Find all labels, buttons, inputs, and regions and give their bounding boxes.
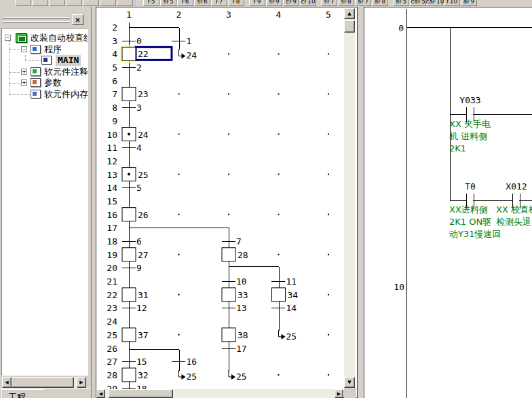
arrow-right-icon: ▶ (79, 380, 83, 385)
sfc-vscroll-up-button[interactable]: ▲ (344, 8, 355, 19)
arrow-left-icon: ◀ (5, 380, 8, 385)
tree-toggle-project[interactable]: - (5, 35, 11, 41)
scrollbar-corner (344, 388, 356, 398)
toolbar-button-f9[interactable]: F9 (249, 0, 265, 6)
toolbar-button[interactable] (32, 0, 48, 6)
toolbar-button-af7[interactable]: aF7 (355, 0, 371, 6)
toolbar-button-af5[interactable]: aF5 (393, 0, 409, 6)
toolbar-button-f10[interactable]: F10 (444, 0, 460, 6)
parameter-icon (31, 78, 41, 87)
tree-item-device-comment[interactable]: +软元件注释 (2, 67, 88, 77)
toolbar-button-sf9[interactable]: sF9 (266, 0, 282, 6)
sfc-editor[interactable] (96, 7, 358, 398)
toolbar-button-sf7[interactable]: sF7 (321, 0, 337, 6)
tab-project[interactable]: 工程 (1, 389, 53, 398)
toolbar-separator (136, 0, 137, 6)
sfc-vscroll-down-button[interactable]: ▼ (344, 377, 355, 388)
toolbar-button-cf9[interactable]: cF9 (283, 0, 299, 6)
toolbar-button-f6[interactable]: F6 (177, 0, 193, 6)
tree-item-program-folder[interactable]: -程序 (2, 44, 88, 55)
toolbar-group-4: aF5caF5caF10F10aF9 (393, 0, 478, 6)
main-toolbar: F5sF5F6sF6F7F8F9sF9cF9cF10sF7sF8aF7aF8aF… (0, 0, 532, 7)
project-icon (16, 33, 27, 43)
sfc-hscroll-thumb[interactable] (109, 389, 173, 398)
toolbar-button-f7[interactable]: F7 (211, 0, 227, 6)
toolbar-group-2: F9sF9cF9cF10 (249, 0, 317, 6)
arrow-up-icon: ▲ (347, 11, 351, 16)
tree-toggle-device-comment[interactable]: + (21, 69, 27, 75)
toolbar-button-sf5[interactable]: sF5 (160, 0, 176, 6)
tree-item-label: 软元件注释 (44, 67, 88, 77)
tree-hscroll-right-button[interactable]: ▶ (77, 377, 86, 388)
sfc-vscroll-track[interactable] (344, 19, 355, 377)
panel-grip[interactable] (3, 17, 70, 19)
tree-toggle-parameter[interactable]: + (21, 79, 27, 86)
arrow-down-icon: ▼ (347, 380, 351, 385)
toolbar-button-caf10[interactable]: caF10 (427, 0, 443, 6)
tree-hscroll-left-button[interactable]: ◀ (2, 377, 12, 388)
close-panel-button[interactable]: × (72, 14, 83, 25)
toolbar-button-sf6[interactable]: sF6 (194, 0, 210, 6)
project-tree: -改装自动校直线-程序MAIN+软元件注释+参数软元件内存 (1, 28, 88, 376)
toolbar-button-f5[interactable]: F5 (143, 0, 159, 6)
toolbar-button-sf8[interactable]: sF8 (338, 0, 354, 6)
toolbar-button[interactable] (66, 0, 82, 6)
toolbar-button[interactable] (49, 0, 65, 6)
tree-hscroll-thumb[interactable] (12, 377, 74, 388)
program-icon (41, 56, 52, 65)
toolbar-button-cf10[interactable]: cF10 (300, 0, 316, 6)
toolbar-button[interactable] (117, 0, 133, 6)
program-folder-icon (31, 45, 41, 54)
toolbar-row: F5sF5F6sF6F7F8F9sF9cF9cF10sF7sF8aF7aF8aF… (15, 0, 478, 6)
tree-item-project[interactable]: -改装自动校直线 (2, 33, 88, 43)
toolbar-button-af8[interactable]: aF8 (372, 0, 388, 6)
arrow-left-icon: ◀ (99, 391, 102, 397)
device-comment-icon (31, 67, 41, 76)
tree-toggle-program-folder[interactable]: - (21, 46, 27, 52)
panel-grip[interactable] (3, 21, 70, 23)
toolbar-button[interactable] (83, 0, 99, 6)
toolbar-group-3: sF7sF8aF7aF8 (321, 0, 389, 6)
sfc-hscroll-left-button[interactable]: ◀ (96, 389, 105, 398)
toolbar-button-caf5[interactable]: caF5 (410, 0, 426, 6)
arrow-right-icon: ▶ (337, 391, 341, 397)
tree-item-label: 改装自动校直线 (31, 33, 88, 43)
tree-item-label: MAIN (56, 55, 81, 66)
toolbar-button[interactable] (15, 0, 31, 6)
device-memory-icon (31, 90, 41, 98)
tab-project-label: 工程 (8, 392, 26, 398)
tree-item-device-memory[interactable]: 软元件内存 (2, 89, 88, 100)
toolbar-button-af9[interactable]: aF9 (461, 0, 477, 6)
tree-item-label: 程序 (44, 44, 62, 55)
tree-item-parameter[interactable]: +参数 (2, 77, 88, 88)
tree-item-label: 软元件内存 (44, 89, 88, 100)
project-panel: × -改装自动校直线-程序MAIN+软元件注释+参数软元件内存 ◀ ▶ 工程 (0, 7, 92, 398)
sfc-vscroll-thumb[interactable] (344, 20, 355, 33)
toolbar-group-1: F5sF5F6sF6F7F8 (143, 0, 245, 6)
ladder-editor[interactable] (364, 7, 532, 398)
sfc-hscroll-right-button[interactable]: ▶ (335, 389, 343, 398)
toolbar-button[interactable] (100, 0, 116, 6)
tree-item-main[interactable]: MAIN (2, 55, 88, 66)
tree-item-label: 参数 (44, 77, 62, 88)
toolbar-button-f8[interactable]: F8 (228, 0, 244, 6)
